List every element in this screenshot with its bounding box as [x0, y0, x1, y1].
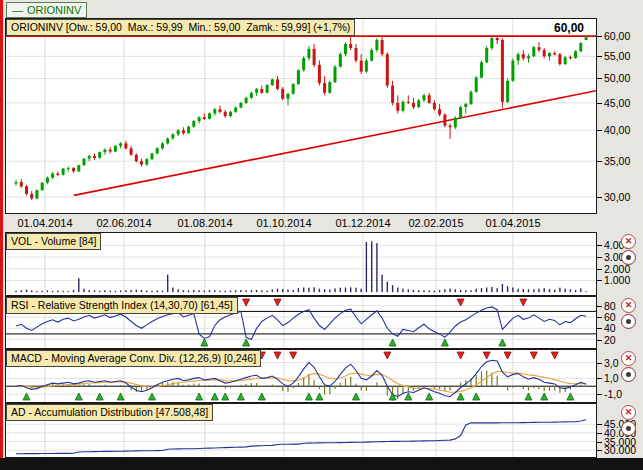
y-axis-tick — [597, 317, 602, 318]
y-axis-tick — [597, 378, 602, 379]
y-axis-tick — [597, 269, 602, 270]
y-axis-tick — [597, 103, 602, 104]
x-axis-date: 01.08.2014 — [173, 217, 237, 229]
focus-rsi-icon[interactable] — [621, 314, 636, 329]
tab-label: ORIONINV — [27, 3, 81, 17]
x-axis-date: 01.10.2014 — [252, 217, 316, 229]
x-axis-date: 02.02.2015 — [404, 217, 468, 229]
y-axis-tick — [597, 424, 602, 425]
price-chart-panel: ORIONINV [Otw.: 59,00 Max.: 59,99 Min.: … — [5, 18, 597, 214]
close-rsi-icon[interactable]: ✕ — [621, 298, 636, 313]
y-axis-tick — [597, 450, 602, 451]
y-axis-tick — [597, 130, 602, 131]
y-axis-tick — [597, 394, 602, 395]
indicator-tag-vol[interactable]: VOL - Volume [84] — [6, 233, 101, 250]
indicator-tag-rsi[interactable]: RSI - Relative Strength Index (14,30,70)… — [6, 297, 238, 314]
y-axis-label: 30.000 — [604, 444, 636, 456]
y-axis-tick — [597, 442, 602, 443]
y-axis-label: 35,00 — [604, 155, 630, 167]
candlestick-chart[interactable] — [6, 19, 596, 213]
ohlc-info-tag[interactable]: ORIONINV [Otw.: 59,00 Max.: 59,99 Min.: … — [6, 19, 355, 36]
y-axis-tick — [597, 36, 602, 37]
y-axis-label: 55,00 — [604, 50, 630, 62]
close-ad-icon[interactable]: ✕ — [621, 405, 636, 420]
y-axis-label: 20 — [604, 334, 616, 346]
y-axis-tick — [597, 197, 602, 198]
y-axis-tick — [597, 280, 602, 281]
y-axis-label: -1,0 — [604, 388, 622, 400]
x-axis-date: 01.04.2015 — [481, 217, 545, 229]
y-axis-tick — [597, 340, 602, 341]
y-axis-tick — [597, 78, 602, 79]
y-axis-label: 1,0 — [604, 372, 619, 384]
close-macd-icon[interactable]: ✕ — [621, 351, 636, 366]
x-axis-date: 01.12.2014 — [331, 217, 395, 229]
y-axis-tick — [597, 257, 602, 258]
y-axis-tick — [597, 433, 602, 434]
y-axis-label: 60,00 — [604, 30, 630, 42]
price-level-label: 60,00 — [554, 21, 584, 35]
panel-vol: VOL - Volume [84] — [5, 232, 597, 296]
left-red-line — [0, 0, 3, 458]
legend-line-icon: — — [12, 3, 23, 17]
stock-chart-app: — ORIONINV ORIONINV [Otw.: 59,00 Max.: 5… — [0, 0, 643, 470]
y-axis-tick — [597, 306, 602, 307]
panel-rsi: RSI - Relative Strength Index (14,30,70)… — [5, 296, 597, 349]
y-axis-label: 50,00 — [604, 72, 630, 84]
y-axis-label: 40,00 — [604, 124, 630, 136]
bottom-scrollbar[interactable] — [0, 458, 643, 470]
y-axis-tick — [597, 363, 602, 364]
panel-ad: AD - Accumulation Distribution [47.508,4… — [5, 403, 597, 458]
close-vol-icon[interactable]: ✕ — [621, 234, 636, 249]
y-axis-tick — [597, 161, 602, 162]
focus-ad-icon[interactable] — [621, 421, 636, 436]
focus-vol-icon[interactable] — [621, 250, 636, 265]
panel-macd: MACD - Moving Average Conv. Div. (12,26,… — [5, 349, 597, 403]
x-axis-date: 01.04.2014 — [13, 217, 77, 229]
y-axis-label: 1.000 — [604, 274, 630, 286]
y-axis-label: 3,0 — [604, 357, 619, 369]
indicator-tag-macd[interactable]: MACD - Moving Average Conv. Div. (12,26,… — [6, 350, 261, 367]
y-axis-label: 45,00 — [604, 97, 630, 109]
y-axis-tick — [597, 56, 602, 57]
y-axis-label: 30,00 — [604, 191, 630, 203]
y-axis-tick — [597, 328, 602, 329]
y-axis-tick — [597, 245, 602, 246]
indicator-tag-ad[interactable]: AD - Accumulation Distribution [47.508,4… — [6, 404, 213, 421]
tab-orioninv[interactable]: — ORIONINV — [6, 2, 87, 18]
x-axis-date: 02.06.2014 — [92, 217, 156, 229]
y-axis-label: 40 — [604, 322, 616, 334]
focus-macd-icon[interactable] — [621, 367, 636, 382]
